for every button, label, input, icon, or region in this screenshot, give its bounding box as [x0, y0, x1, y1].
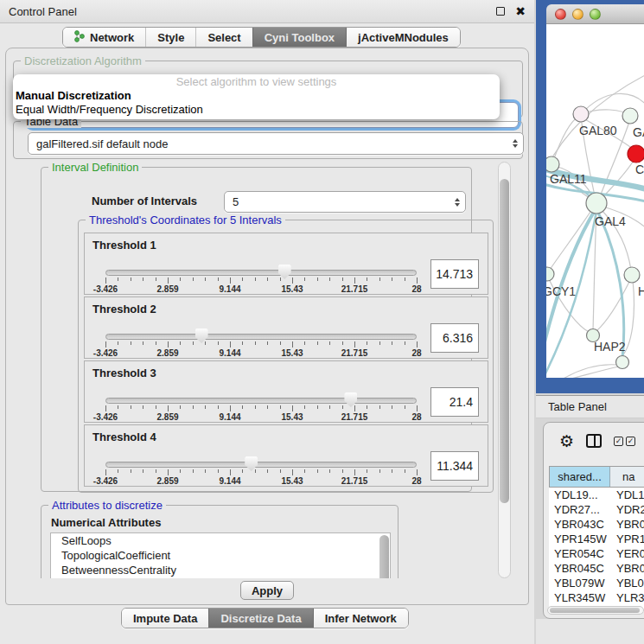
tab-network[interactable]: Network	[63, 28, 145, 47]
table-hscrollbar-thumb[interactable]	[550, 608, 640, 613]
tab-select[interactable]: Select	[195, 28, 252, 47]
checkbox-icon[interactable]: ✓	[614, 437, 623, 446]
tab-jactivemnodules[interactable]: jActiveMNodules	[346, 28, 460, 47]
tick-mark	[218, 341, 219, 345]
group-title: Attributes to discretize	[48, 499, 166, 512]
node-label: C	[635, 163, 644, 176]
dropdown-option-equal-width-frequency-discretization[interactable]: Equal Width/Frequency Discretization	[13, 103, 500, 117]
network-node-gcy1[interactable]	[546, 267, 554, 281]
close-traffic-light-icon[interactable]	[555, 9, 566, 20]
network-node-ga[interactable]	[622, 108, 638, 124]
tab-style[interactable]: Style	[145, 28, 195, 47]
zoom-traffic-light-icon[interactable]	[590, 9, 601, 20]
table-data-combobox[interactable]: galFiltered.sif default node	[28, 132, 524, 155]
table-header: shared... na	[549, 466, 644, 488]
gear-icon[interactable]: ⚙	[559, 433, 574, 450]
checkbox-icon[interactable]: ✓	[626, 437, 635, 446]
attribute-item-selfloops[interactable]: SelfLoops	[51, 533, 390, 548]
tick-mark	[193, 405, 194, 409]
threshold-label: Threshold 1	[92, 239, 156, 252]
scale-label: 15.43	[281, 348, 303, 358]
attribute-item-topologicalcoefficient[interactable]: TopologicalCoefficient	[51, 548, 390, 563]
scale-label: -3.426	[93, 348, 118, 358]
column-header-name[interactable]: na	[610, 467, 644, 487]
network-node[interactable]	[616, 356, 629, 369]
tick-mark	[242, 405, 243, 409]
tick-mark	[205, 405, 206, 409]
attribute-item-betweennesscentrality[interactable]: BetweennessCentrality	[51, 563, 390, 577]
panel-scrollbar-thumb[interactable]	[500, 179, 509, 503]
network-node-gal11[interactable]	[546, 156, 559, 172]
tick-mark	[280, 341, 281, 345]
scale-label: 9.144	[219, 412, 240, 422]
threshold-slider[interactable]: -3.4262.8599.14415.4321.71528	[105, 263, 417, 294]
table-row[interactable]: YDR27...YDR2	[549, 502, 644, 517]
tick-mark	[205, 341, 206, 345]
dropdown-option-manual-discretization[interactable]: Manual Discretization	[13, 89, 500, 103]
attributes-group: Attributes to discretize Numerical Attri…	[41, 505, 399, 578]
tick-mark	[342, 277, 343, 281]
attributes-list[interactable]: SelfLoopsTopologicalCoefficientBetweenne…	[50, 532, 391, 578]
network-node-c[interactable]	[628, 145, 644, 163]
tick-mark	[329, 405, 330, 409]
slider-ticks	[105, 277, 417, 284]
tick-mark	[105, 341, 106, 348]
close-icon[interactable]: ✖	[515, 7, 526, 16]
tab-impute-data[interactable]: Impute Data	[122, 609, 208, 628]
table-hscrollbar[interactable]	[547, 606, 644, 615]
cyni-toolbox-panel: Discretization Algorithm Select algorith…	[5, 48, 529, 605]
table-row[interactable]: YBR045CYBR0	[549, 561, 644, 576]
tab-label: Infer Network	[325, 612, 397, 625]
table-row[interactable]: YDL19...YDL1	[549, 488, 644, 502]
tick-mark	[304, 405, 305, 409]
network-canvas[interactable]: GAL80GACGAL11GAL4GCY1HHAP2	[546, 24, 644, 378]
tick-mark	[118, 469, 118, 473]
threshold-slider[interactable]: -3.4262.8599.14415.4321.71528	[105, 327, 417, 358]
group-title: Threshold's Coordinates for 5 Intervals	[86, 214, 285, 226]
tab-cyni-toolbox[interactable]: Cyni Toolbox	[252, 28, 346, 47]
network-node-gal80[interactable]	[573, 106, 589, 122]
threshold-row: Threshold 4-3.4262.8599.14415.4321.71528…	[84, 424, 488, 487]
float-window-icon[interactable]	[496, 7, 505, 16]
tick-mark	[379, 277, 380, 281]
slider-ticks	[105, 341, 417, 348]
tab-infer-network[interactable]: Infer Network	[313, 609, 408, 628]
threshold-slider[interactable]: -3.4262.8599.14415.4321.71528	[105, 391, 417, 422]
threshold-value-field[interactable]: 11.344	[430, 451, 479, 481]
apply-button[interactable]: Apply	[240, 581, 294, 600]
tick-mark	[118, 405, 118, 409]
table-row[interactable]: YPR145WYPR1	[549, 532, 644, 546]
slider-track	[105, 334, 417, 340]
scale-label: 28	[411, 476, 421, 486]
scale-label: 9.144	[219, 476, 240, 486]
tick-mark	[131, 277, 131, 281]
table-row[interactable]: YLR345WYLR3	[549, 590, 644, 605]
numerical-attributes-label: Numerical Attributes	[51, 516, 161, 529]
node-label: GCY1	[546, 284, 576, 298]
tick-mark	[168, 469, 169, 475]
table-row[interactable]: YBL079WYBL0	[549, 576, 644, 590]
threshold-value-field[interactable]: 6.316	[430, 323, 479, 353]
tab-label: Select	[207, 31, 240, 44]
column-header-shared-name[interactable]: shared...	[549, 467, 610, 487]
threshold-value-field[interactable]: 14.713	[430, 259, 479, 289]
table-row[interactable]: YBR043CYBR0	[549, 517, 644, 532]
tick-mark	[417, 277, 418, 284]
panel-scrollbar[interactable]	[498, 162, 511, 578]
list-scrollbar[interactable]	[379, 535, 389, 578]
network-node-h[interactable]	[624, 267, 640, 283]
column-layout-icon[interactable]	[586, 434, 602, 448]
threshold-label: Threshold 2	[92, 303, 156, 316]
threshold-slider[interactable]: -3.4262.8599.14415.4321.71528	[105, 455, 417, 486]
tick-mark	[242, 277, 243, 281]
network-icon	[74, 30, 86, 45]
table-row[interactable]: YER054CYER0	[549, 546, 644, 561]
checkbox-icons[interactable]: ✓ ✓	[614, 437, 635, 446]
slider-track	[105, 462, 417, 468]
network-node-gal4[interactable]	[586, 193, 607, 214]
num-intervals-combobox[interactable]: 5	[224, 191, 466, 213]
minimize-traffic-light-icon[interactable]	[572, 9, 583, 20]
tick-mark	[255, 341, 256, 345]
tab-discretize-data[interactable]: Discretize Data	[208, 609, 312, 628]
threshold-value-field[interactable]: 21.4	[430, 387, 479, 417]
